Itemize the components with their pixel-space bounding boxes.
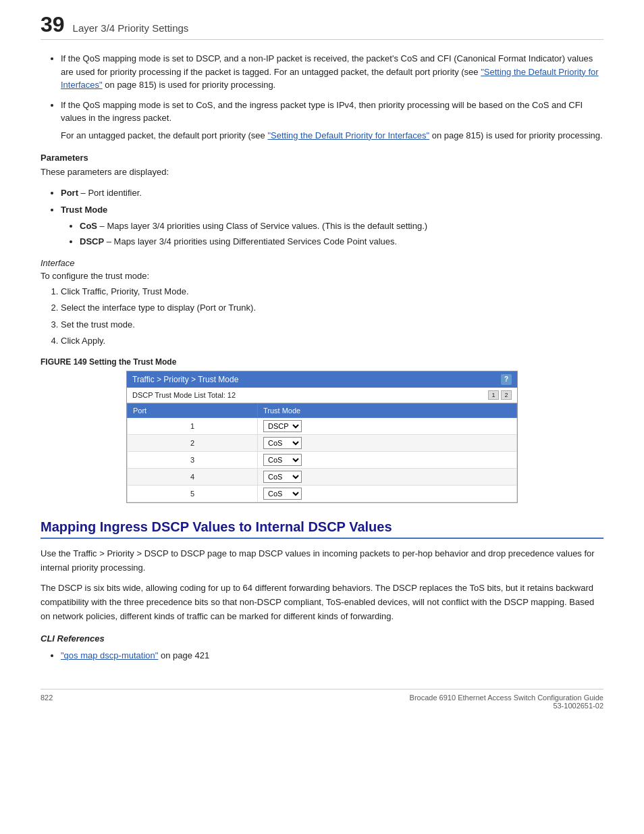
- interface-steps: Click Traffic, Priority, Trust Mode. Sel…: [41, 285, 603, 348]
- cell-trust-mode: DSCPCoS: [257, 417, 516, 434]
- cell-port: 3: [128, 451, 258, 468]
- table-row: 3DSCPCoS: [128, 451, 517, 468]
- qos-bullets: If the QoS mapping mode is set to DSCP, …: [41, 52, 603, 142]
- step-3-text: Set the trust mode.: [61, 319, 135, 330]
- table-row: 5DSCPCoS: [128, 485, 517, 502]
- help-icon[interactable]: ?: [501, 374, 512, 385]
- link-default-priority-2[interactable]: "Setting the Default Priority for Interf…: [267, 130, 429, 140]
- bullet-cos-text: If the QoS mapping mode is set to CoS, a…: [61, 100, 583, 124]
- step-1: Click Traffic, Priority, Trust Mode.: [61, 285, 603, 298]
- cell-trust-mode: DSCPCoS: [257, 434, 516, 451]
- table-row: 1DSCPCoS: [128, 417, 517, 434]
- cos-sub-para-text: For an untagged packet, the default port…: [61, 130, 267, 140]
- col-trust-mode: Trust Mode: [257, 403, 516, 417]
- cli-refs-section: CLI References "qos map dscp-mutation" o…: [41, 633, 603, 662]
- step-4-text: Click Apply.: [61, 336, 105, 346]
- cli-refs-list: "qos map dscp-mutation" on page 421: [41, 649, 603, 662]
- parameters-intro: These parameters are displayed:: [41, 165, 603, 180]
- chapter-title: Layer 3/4 Priority Settings: [73, 22, 189, 34]
- cell-port: 2: [128, 434, 258, 451]
- nav-icon-1[interactable]: 1: [488, 390, 499, 400]
- table-row: 4DSCPCoS: [128, 468, 517, 485]
- page-footer: 822 Brocade 6910 Ethernet Access Switch …: [41, 689, 603, 710]
- trust-mode-select[interactable]: DSCPCoS: [263, 454, 302, 466]
- param-port-term: Port: [61, 188, 78, 198]
- param-port: Port – Port identifier.: [61, 186, 603, 200]
- trust-mode-select[interactable]: DSCPCoS: [263, 488, 302, 500]
- table-row: 2DSCPCoS: [128, 434, 517, 451]
- trust-mode-select[interactable]: DSCPCoS: [263, 420, 302, 432]
- cell-trust-mode: DSCPCoS: [257, 468, 516, 485]
- cell-port: 5: [128, 485, 258, 502]
- parameters-heading: Parameters: [41, 153, 603, 163]
- page-header: 39 Layer 3/4 Priority Settings: [41, 14, 603, 40]
- cos-sub-para: For an untagged packet, the default port…: [61, 129, 603, 142]
- nav-icons: 1 2: [488, 390, 512, 400]
- cell-port: 1: [128, 417, 258, 434]
- trust-table: Port Trust Mode 1DSCPCoS2DSCPCoS3DSCPCoS…: [127, 403, 517, 502]
- cli-ref-item: "qos map dscp-mutation" on page 421: [61, 649, 603, 662]
- bullet-dscp-text-after: on page 815) is used for priority proces…: [103, 80, 276, 90]
- trust-mode-select[interactable]: DSCPCoS: [263, 471, 302, 483]
- widget-title: Traffic > Priority > Trust Mode: [132, 375, 238, 384]
- widget-subheader: DSCP Trust Mode List Total: 12 1 2: [127, 388, 517, 403]
- dscp-desc: – Maps layer 3/4 priorities using Differ…: [104, 236, 397, 246]
- footer-book-title: Brocade 6910 Ethernet Access Switch Conf…: [410, 694, 603, 702]
- cli-ref-link[interactable]: "qos map dscp-mutation": [61, 650, 158, 660]
- bullet-cos: If the QoS mapping mode is set to CoS, a…: [61, 99, 603, 142]
- mapping-para-2: The DSCP is six bits wide, allowing codi…: [41, 581, 603, 623]
- nav-icon-2[interactable]: 2: [501, 390, 512, 400]
- titlebar-icons: ?: [501, 374, 512, 385]
- mapping-section-title: Mapping Ingress DSCP Values to Internal …: [41, 519, 603, 539]
- widget-titlebar: Traffic > Priority > Trust Mode ?: [127, 371, 517, 388]
- cos-desc: – Maps layer 3/4 priorities using Class …: [97, 221, 427, 231]
- interface-section: Interface To configure the trust mode: C…: [41, 258, 603, 348]
- parameters-section: Parameters These parameters are displaye…: [41, 153, 603, 249]
- trust-table-body: 1DSCPCoS2DSCPCoS3DSCPCoS4DSCPCoS5DSCPCoS: [128, 417, 517, 502]
- cell-port: 4: [128, 468, 258, 485]
- mapping-para-1: Use the Traffic > Priority > DSCP to DSC…: [41, 547, 603, 575]
- step-1-text: Click Traffic, Priority, Trust Mode.: [61, 286, 189, 296]
- cell-trust-mode: DSCPCoS: [257, 485, 516, 502]
- trust-mode-select[interactable]: DSCPCoS: [263, 437, 302, 449]
- param-trust-mode: Trust Mode CoS – Maps layer 3/4 prioriti…: [61, 203, 603, 249]
- step-3: Set the trust mode.: [61, 318, 603, 332]
- cell-trust-mode: DSCPCoS: [257, 451, 516, 468]
- interface-intro: To configure the trust mode:: [41, 271, 603, 281]
- trust-table-header-row: Port Trust Mode: [128, 403, 517, 417]
- trust-mode-cos: CoS – Maps layer 3/4 priorities using Cl…: [80, 219, 603, 233]
- trust-mode-dscp: DSCP – Maps layer 3/4 priorities using D…: [80, 235, 603, 249]
- figure-label: FIGURE 149 Setting the Trust Mode: [41, 357, 603, 367]
- param-trust-mode-term: Trust Mode: [61, 205, 107, 215]
- subheader-label: DSCP Trust Mode List Total: 12: [132, 391, 236, 399]
- bullet-dscp: If the QoS mapping mode is set to DSCP, …: [61, 52, 603, 92]
- trust-table-head: Port Trust Mode: [128, 403, 517, 417]
- footer-page-number: 822: [41, 694, 53, 710]
- cli-ref-after: on page 421: [158, 650, 209, 660]
- step-2: Select the interface type to display (Po…: [61, 301, 603, 315]
- step-4: Click Apply.: [61, 334, 603, 348]
- trust-mode-sub-bullets: CoS – Maps layer 3/4 priorities using Cl…: [61, 219, 603, 249]
- cli-refs-heading: CLI References: [41, 633, 603, 644]
- step-2-text: Select the interface type to display (Po…: [61, 303, 256, 313]
- col-port: Port: [128, 403, 258, 417]
- param-port-desc: – Port identifier.: [78, 188, 142, 198]
- footer-doc-number: 53-1002651-02: [410, 702, 603, 710]
- cos-sub-para-after: on page 815) is used for priority proces…: [429, 130, 603, 140]
- footer-right: Brocade 6910 Ethernet Access Switch Conf…: [410, 694, 603, 710]
- params-list: Port – Port identifier. Trust Mode CoS –…: [41, 186, 603, 249]
- cos-term: CoS: [80, 221, 97, 231]
- chapter-number: 39: [41, 14, 65, 35]
- dscp-term: DSCP: [80, 236, 104, 246]
- interface-heading: Interface: [41, 258, 603, 268]
- trust-mode-widget: Traffic > Priority > Trust Mode ? DSCP T…: [126, 371, 518, 503]
